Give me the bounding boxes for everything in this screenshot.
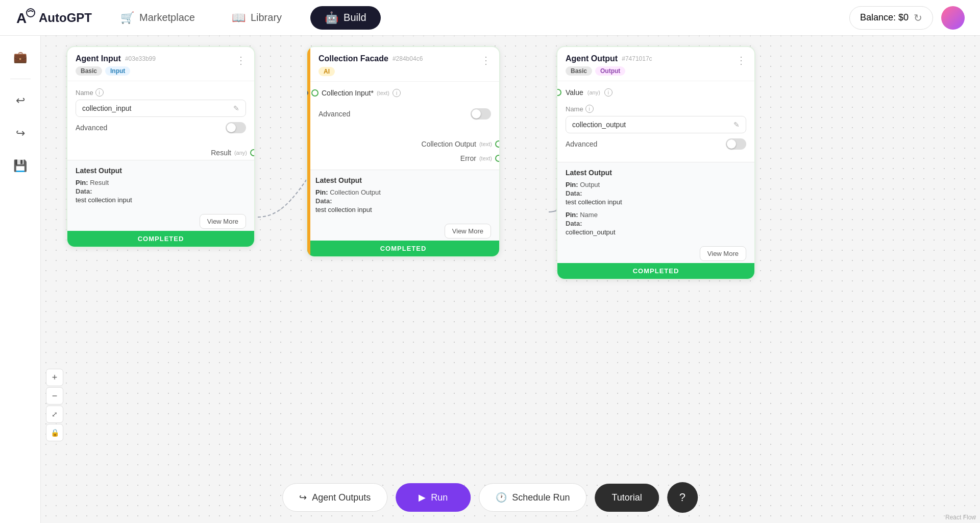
agent-outputs-button[interactable]: ↪ Agent Outputs <box>282 483 387 512</box>
collection-input-type: (text) <box>377 90 389 96</box>
balance-label: Balance: $0 <box>860 12 909 23</box>
output-advanced-label: Advanced <box>566 140 597 148</box>
sidebar-icon-redo[interactable]: ↪ <box>9 122 32 145</box>
zoom-in-btn[interactable]: + <box>46 369 63 386</box>
edit-icon[interactable]: ✎ <box>233 104 239 112</box>
header-right: Balance: $0 ↻ <box>849 6 965 30</box>
agent-output-pin1-row: Pin: Output <box>566 181 746 188</box>
avatar[interactable] <box>941 6 965 30</box>
result-label: Result <box>211 149 231 157</box>
output-advanced-row: Advanced <box>566 133 746 155</box>
agent-output-latest-title: Latest Output <box>566 169 746 177</box>
collection-facade-title-row: Collection Facade #284b04c6 <box>318 54 423 63</box>
advanced-toggle[interactable] <box>226 122 246 133</box>
value-label: Value <box>566 88 583 97</box>
agent-output-latest: Latest Output Pin: Output Data: test col… <box>557 162 754 242</box>
svg-point-1 <box>27 9 35 17</box>
name-field-label: Name i <box>76 88 246 97</box>
nav-build[interactable]: 🤖 Build <box>310 6 380 30</box>
agent-output-body: Value (any) i Name i collection_output ✎… <box>557 81 754 162</box>
react-flow-watermark: React Flow <box>945 514 976 521</box>
node-collection-facade: Collection Facade #284b04c6 AI ⋮ Collect… <box>306 46 500 257</box>
fit-view-btn[interactable]: ⤢ <box>46 406 63 423</box>
output-name-info-icon[interactable]: i <box>585 105 594 113</box>
agent-outputs-icon: ↪ <box>299 492 307 503</box>
sidebar: 💼 ↩ ↪ 💾 <box>0 36 41 523</box>
agent-input-title-row: Agent Input #03e33b99 <box>76 54 156 63</box>
value-info-icon[interactable]: i <box>604 88 612 97</box>
collection-facade-title: Collection Facade <box>318 54 388 63</box>
refresh-icon[interactable]: ↻ <box>914 12 922 24</box>
collection-input-info[interactable]: i <box>393 89 401 97</box>
agent-input-menu[interactable]: ⋮ <box>236 54 246 66</box>
logo: A AutoGPT <box>15 8 92 28</box>
schedule-icon: 🕐 <box>496 492 507 503</box>
node-agent-output: Agent Output #7471017c Basic Output ⋮ Va… <box>556 46 755 280</box>
run-button[interactable]: ▶ Run <box>396 483 471 512</box>
svg-text:A: A <box>16 10 27 26</box>
agent-output-view-more-btn[interactable]: View More <box>700 246 746 261</box>
collection-pin-row: Pin: Collection Output <box>315 188 491 196</box>
schedule-run-button[interactable]: 🕐 Schedule Run <box>479 483 586 512</box>
error-port[interactable] <box>495 155 500 162</box>
help-button[interactable]: ? <box>667 482 698 513</box>
zoom-out-btn[interactable]: − <box>46 387 63 405</box>
collection-advanced-row: Advanced <box>318 103 491 125</box>
agent-input-body: Name i collection_input ✎ Advanced <box>67 81 254 146</box>
collection-view-more-row: View More <box>307 220 499 241</box>
nav-library[interactable]: 📖 Library <box>224 7 290 29</box>
data-row: Data: <box>76 187 246 195</box>
lock-btn[interactable]: 🔒 <box>46 424 63 441</box>
node-agent-input: Agent Input #03e33b99 Basic Input ⋮ Name… <box>66 46 255 248</box>
error-label: Error <box>460 154 476 162</box>
logo-text: AutoGPT <box>39 11 92 25</box>
result-port[interactable] <box>250 149 255 156</box>
tutorial-button[interactable]: Tutorial <box>595 484 658 512</box>
output-edit-icon[interactable]: ✎ <box>733 121 740 129</box>
agent-output-data1-row: Data: <box>566 189 746 197</box>
balance-button[interactable]: Balance: $0 ↻ <box>849 6 933 30</box>
collection-view-more-btn[interactable]: View More <box>445 224 491 239</box>
tag-output: Output <box>595 66 625 76</box>
schedule-run-label: Schedule Run <box>512 492 570 503</box>
node-agent-input-header: Agent Input #03e33b99 Basic Input ⋮ <box>67 47 254 81</box>
sidebar-icon-save[interactable]: 💾 <box>9 155 32 177</box>
sidebar-icon-briefcase[interactable]: 💼 <box>9 46 32 68</box>
output-advanced-toggle[interactable] <box>726 138 746 150</box>
collection-output-port[interactable] <box>495 140 500 148</box>
name-value: collection_input <box>82 104 132 112</box>
tutorial-label: Tutorial <box>611 492 642 503</box>
collection-data-value: test collection input <box>315 206 491 213</box>
sidebar-icon-undo[interactable]: ↩ <box>9 89 32 112</box>
name-info-icon[interactable]: i <box>95 88 104 97</box>
tag-ai: AI <box>318 67 335 76</box>
build-icon: 🤖 <box>325 11 338 25</box>
tag-basic-out: Basic <box>566 66 592 76</box>
collection-facade-header: Collection Facade #284b04c6 AI ⋮ <box>307 47 499 82</box>
agent-output-title-row: Agent Output #7471017c <box>566 54 652 63</box>
completed-bar: COMPLETED <box>67 231 254 247</box>
agent-input-id: #03e33b99 <box>125 55 156 62</box>
view-more-btn[interactable]: View More <box>200 214 246 229</box>
collection-input-port-green[interactable] <box>311 89 318 97</box>
agent-output-menu[interactable]: ⋮ <box>736 54 746 66</box>
data-value: test collection input <box>76 196 246 204</box>
advanced-row: Advanced <box>76 117 246 138</box>
agent-input-title: Agent Input <box>76 54 121 63</box>
library-icon: 📖 <box>232 11 246 25</box>
collection-facade-menu[interactable]: ⋮ <box>481 54 491 66</box>
name-field-input: collection_input ✎ <box>76 100 246 117</box>
agent-output-completed-bar: COMPLETED <box>557 263 754 279</box>
collection-left-accent <box>307 47 310 256</box>
collection-advanced-toggle[interactable] <box>471 108 491 120</box>
tag-basic: Basic <box>76 66 102 76</box>
result-type: (any) <box>234 150 247 156</box>
sidebar-divider <box>10 79 31 79</box>
value-type: (any) <box>587 89 600 96</box>
collection-input-label: Collection Input* <box>322 89 374 97</box>
agent-output-id: #7471017c <box>622 55 652 62</box>
agent-output-pin2-row: Pin: Name <box>566 211 746 219</box>
value-port[interactable] <box>556 89 561 96</box>
nav-marketplace[interactable]: 🛒 Marketplace <box>112 7 203 29</box>
output-name-input: collection_output ✎ <box>566 116 746 133</box>
